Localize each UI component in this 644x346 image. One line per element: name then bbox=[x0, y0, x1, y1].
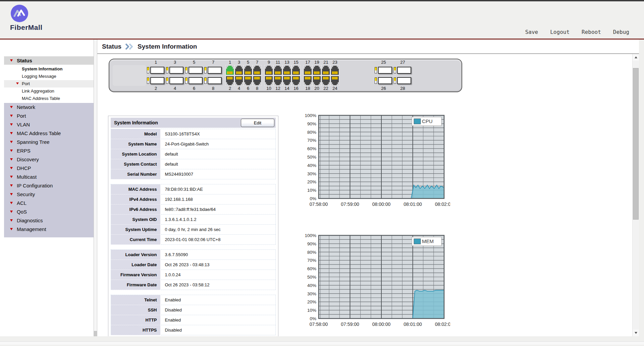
scroll-thumb[interactable] bbox=[633, 68, 639, 220]
info-label: System Location bbox=[111, 149, 161, 159]
sfp-port-5[interactable] bbox=[184, 65, 204, 75]
sidebar-category-security[interactable]: Security bbox=[4, 190, 94, 199]
port-number-label: 8 bbox=[256, 86, 258, 91]
sidebar-category-diagnostics[interactable]: Diagnostics bbox=[4, 216, 94, 225]
rj45-port-9[interactable] bbox=[264, 65, 273, 75]
sidebar-category-label: Management bbox=[17, 226, 46, 232]
rj45-pins-icon bbox=[227, 71, 233, 74]
sidebar-category-erps[interactable]: ERPS bbox=[4, 147, 94, 155]
debug-link[interactable]: Debug bbox=[613, 29, 629, 35]
sfp-port-25[interactable] bbox=[374, 65, 393, 75]
logout-link[interactable]: Logout bbox=[550, 29, 570, 35]
rj45-port-column: 7 8 bbox=[253, 60, 262, 91]
sfp-port-3[interactable] bbox=[165, 65, 184, 75]
rj45-pins-icon bbox=[236, 77, 242, 79]
rj45-port-19[interactable] bbox=[312, 65, 321, 75]
rj45-port-22[interactable] bbox=[321, 75, 330, 86]
sidebar-category-multicast[interactable]: Multicast bbox=[4, 173, 94, 181]
sidebar-category-spanning-tree[interactable]: Spanning Tree bbox=[4, 138, 94, 147]
sfp-port-1[interactable] bbox=[146, 65, 165, 75]
sfp-port-column: 27 28 bbox=[393, 60, 412, 91]
info-label: MAC Address bbox=[111, 184, 161, 194]
save-link[interactable]: Save bbox=[525, 29, 538, 35]
sidebar-item-logging-message[interactable]: Logging Message bbox=[4, 73, 94, 80]
sidebar-category-management[interactable]: Management bbox=[4, 225, 94, 234]
info-value: 78:D8:00:31:BD:AE bbox=[161, 184, 276, 194]
sfp-port-28[interactable] bbox=[393, 75, 412, 86]
sidebar-category-mac-address-table[interactable]: MAC Address Table bbox=[4, 129, 94, 138]
rj45-port-11[interactable] bbox=[273, 65, 282, 75]
sidebar-category-network[interactable]: Network bbox=[4, 103, 94, 112]
sfp-slot-icon bbox=[208, 77, 222, 84]
rj45-port-4[interactable] bbox=[234, 75, 244, 86]
sidebar-category-label: Status bbox=[17, 58, 32, 63]
sfp-port-6[interactable] bbox=[184, 75, 204, 86]
sfp-port-column: 5 6 bbox=[184, 60, 204, 91]
sidebar-category-port[interactable]: Port bbox=[4, 112, 94, 120]
sidebar-category-label: Multicast bbox=[17, 174, 37, 180]
port-number-label: 14 bbox=[284, 86, 289, 91]
system-information-panel: System Information Edit Model S3100-16T8… bbox=[108, 116, 278, 336]
rj45-port-2[interactable] bbox=[225, 75, 234, 86]
chevron-down-icon bbox=[10, 158, 13, 162]
sidebar-item-label: MAC Address Table bbox=[22, 96, 60, 101]
reboot-link[interactable]: Reboot bbox=[582, 29, 601, 35]
rj45-port-20[interactable] bbox=[312, 75, 321, 86]
rj45-port-18[interactable] bbox=[303, 75, 312, 86]
rj45-port-6[interactable] bbox=[244, 75, 253, 86]
sidebar-category-ip-configuration[interactable]: IP Configuration bbox=[4, 181, 94, 190]
info-row: Firmware Version 1.0.0.24 bbox=[111, 270, 276, 280]
sidebar-category-vlan[interactable]: VLAN bbox=[4, 120, 94, 129]
sidebar: StatusSystem InformationLogging MessageP… bbox=[0, 40, 97, 336]
edit-button[interactable]: Edit bbox=[241, 119, 274, 127]
rj45-port-12[interactable] bbox=[273, 75, 282, 86]
chevron-down-icon bbox=[10, 167, 13, 171]
rj45-port-15[interactable] bbox=[291, 65, 301, 75]
sidebar-category-discovery[interactable]: Discovery bbox=[4, 155, 94, 164]
sidebar-category-label: Spanning Tree bbox=[17, 139, 50, 145]
rj45-port-13[interactable] bbox=[282, 65, 291, 75]
scroll-up-button[interactable] bbox=[633, 54, 639, 61]
rj45-port-23[interactable] bbox=[330, 65, 339, 75]
rj45-port-5[interactable] bbox=[244, 65, 253, 75]
rj45-port-8[interactable] bbox=[253, 75, 262, 86]
rj45-port-1[interactable] bbox=[225, 65, 234, 75]
rj45-port-7[interactable] bbox=[253, 65, 262, 75]
port-number-label: 13 bbox=[284, 60, 289, 65]
port-number-label: 27 bbox=[400, 60, 405, 65]
chevron-down-icon bbox=[10, 132, 13, 136]
sfp-port-4[interactable] bbox=[165, 75, 184, 86]
sidebar-category-label: ACL bbox=[17, 200, 26, 206]
sidebar-category-status[interactable]: Status bbox=[4, 56, 94, 65]
rj45-port-10[interactable] bbox=[264, 75, 273, 86]
sidebar-item-system-information[interactable]: System Information bbox=[4, 65, 94, 73]
rj45-port-21[interactable] bbox=[321, 65, 330, 75]
rj45-pins-icon bbox=[266, 71, 272, 74]
info-value: Oct 26 2023 - 03:48:13 bbox=[161, 260, 276, 270]
sidebar-item-label: Link Aggregation bbox=[22, 89, 54, 94]
chevron-down-icon bbox=[10, 141, 13, 145]
rj45-port-24[interactable] bbox=[330, 75, 339, 86]
rj45-port-3[interactable] bbox=[234, 65, 244, 75]
sfp-port-26[interactable] bbox=[374, 75, 393, 86]
sfp-port-27[interactable] bbox=[393, 65, 412, 75]
horizontal-scrollbar[interactable] bbox=[0, 341, 644, 345]
sidebar-category-acl[interactable]: ACL bbox=[4, 199, 94, 208]
sfp-port-7[interactable] bbox=[204, 65, 223, 75]
sidebar-category-dhcp[interactable]: DHCP bbox=[4, 164, 94, 173]
rj45-port-group: 17 18 19 20 21 22 23 24 bbox=[303, 60, 339, 91]
sidebar-item-link-aggregation[interactable]: Link Aggregation bbox=[4, 88, 94, 95]
sidebar-item-mac-address-table[interactable]: MAC Address Table bbox=[4, 95, 94, 102]
sfp-port-8[interactable] bbox=[204, 75, 223, 86]
content-scrollbar[interactable] bbox=[632, 54, 639, 336]
sfp-port-2[interactable] bbox=[146, 75, 165, 86]
sidebar-scrollbar[interactable] bbox=[94, 40, 97, 336]
scroll-down-button[interactable] bbox=[633, 330, 639, 336]
sidebar-category-qos[interactable]: QoS bbox=[4, 208, 94, 216]
rj45-port-17[interactable] bbox=[303, 65, 312, 75]
rj45-port-14[interactable] bbox=[282, 75, 291, 86]
sidebar-item-port[interactable]: Port bbox=[4, 80, 94, 88]
rj45-port-16[interactable] bbox=[291, 75, 301, 86]
chevron-down-icon bbox=[10, 228, 13, 232]
info-label: System Name bbox=[111, 139, 161, 149]
